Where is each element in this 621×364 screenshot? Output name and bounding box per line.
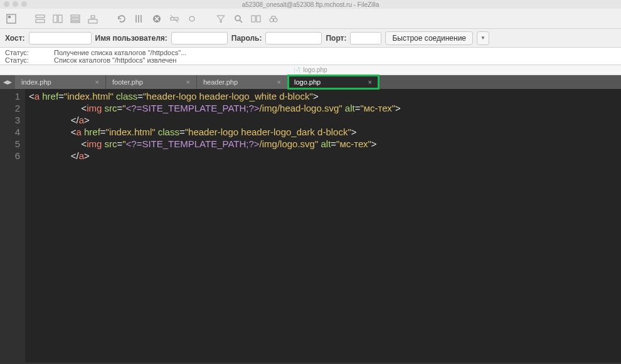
svg-rect-7 bbox=[71, 18, 80, 20]
user-label: Имя пользователя: bbox=[95, 34, 167, 43]
svg-point-17 bbox=[273, 18, 277, 22]
user-input[interactable] bbox=[171, 32, 228, 44]
quickconnect-dropdown[interactable]: ▼ bbox=[477, 31, 489, 45]
svg-rect-5 bbox=[58, 15, 62, 23]
filter-icon[interactable] bbox=[213, 11, 228, 26]
svg-point-16 bbox=[270, 18, 273, 22]
cancel-icon[interactable] bbox=[149, 11, 164, 26]
toggle-queue-icon[interactable] bbox=[68, 11, 83, 26]
process-queue-icon[interactable] bbox=[132, 11, 147, 26]
disconnect-icon[interactable] bbox=[167, 11, 182, 26]
quickconnect-button[interactable]: Быстрое соединение bbox=[385, 31, 473, 45]
file-icon: 📄 bbox=[294, 67, 300, 73]
quickconnect-bar: Хост: Имя пользователя: Пароль: Порт: Бы… bbox=[0, 29, 621, 48]
code-editor[interactable]: 123456 <a href="index.html" class="heade… bbox=[0, 89, 621, 363]
svg-rect-1 bbox=[8, 16, 11, 18]
svg-rect-3 bbox=[36, 19, 45, 23]
svg-rect-15 bbox=[257, 16, 260, 22]
sitemanager-icon[interactable] bbox=[4, 11, 19, 26]
svg-point-13 bbox=[235, 16, 240, 21]
line-gutter: 123456 bbox=[0, 89, 25, 363]
close-dot[interactable] bbox=[4, 1, 9, 7]
editor-tab[interactable]: logo.php× bbox=[288, 75, 379, 89]
host-input[interactable] bbox=[29, 32, 92, 44]
editor-tab[interactable]: header.php× bbox=[197, 75, 288, 89]
svg-rect-2 bbox=[36, 15, 45, 18]
toggle-log-icon[interactable] bbox=[33, 11, 48, 26]
traffic-lights bbox=[4, 1, 27, 7]
tab-close-icon[interactable]: × bbox=[95, 78, 99, 86]
editor-file-header: 📄 logo.php bbox=[0, 65, 621, 75]
svg-rect-14 bbox=[252, 16, 255, 22]
svg-rect-8 bbox=[71, 21, 80, 23]
reconnect-icon[interactable] bbox=[184, 11, 199, 26]
log-status-label: Статус: bbox=[5, 56, 36, 64]
log-pane: Статус:Получение списка каталогов "/http… bbox=[0, 48, 621, 65]
window-titlebar: a52308_onesalt@a52308.ftp.mchost.ru - Fi… bbox=[0, 0, 621, 9]
editor-filename: logo.php bbox=[303, 66, 327, 73]
window-title: a52308_onesalt@a52308.ftp.mchost.ru - Fi… bbox=[242, 1, 380, 8]
search-icon[interactable] bbox=[231, 11, 246, 26]
editor-tabbar: ◀▶ index.php×footer.php×header.php×logo.… bbox=[0, 75, 621, 89]
tab-label: logo.php bbox=[294, 78, 321, 86]
tab-close-icon[interactable]: × bbox=[277, 78, 281, 86]
port-label: Порт: bbox=[326, 34, 346, 43]
tab-close-icon[interactable]: × bbox=[186, 78, 190, 86]
pass-label: Пароль: bbox=[231, 34, 262, 43]
tab-label: footer.php bbox=[112, 78, 143, 86]
svg-rect-9 bbox=[88, 19, 97, 23]
port-input[interactable] bbox=[350, 32, 381, 44]
log-status-label: Статус: bbox=[5, 49, 36, 56]
log-line: Список каталогов "/httpdocs" извлечен bbox=[54, 56, 176, 64]
svg-rect-4 bbox=[53, 15, 57, 23]
zoom-dot[interactable] bbox=[21, 1, 27, 7]
svg-rect-6 bbox=[71, 15, 80, 17]
editor-tab[interactable]: footer.php× bbox=[106, 75, 197, 89]
tab-label: index.php bbox=[21, 78, 51, 86]
editor-tab[interactable]: index.php× bbox=[15, 75, 106, 89]
host-label: Хост: bbox=[5, 34, 25, 43]
log-line: Получение списка каталогов "/httpdocs"..… bbox=[54, 49, 186, 56]
tab-label: header.php bbox=[203, 78, 238, 86]
main-toolbar bbox=[0, 9, 621, 29]
toggle-local-icon[interactable] bbox=[50, 11, 65, 26]
svg-rect-10 bbox=[91, 16, 95, 18]
refresh-icon[interactable] bbox=[114, 11, 129, 26]
binoculars-icon[interactable] bbox=[266, 11, 281, 26]
tab-close-icon[interactable]: × bbox=[368, 78, 372, 86]
tab-nav-arrows[interactable]: ◀▶ bbox=[0, 75, 15, 89]
code-content[interactable]: <a href="index.html" class="header-logo … bbox=[25, 89, 621, 363]
compare-icon[interactable] bbox=[248, 11, 263, 26]
pass-input[interactable] bbox=[265, 32, 322, 44]
minimize-dot[interactable] bbox=[13, 1, 18, 7]
toggle-tree-icon[interactable] bbox=[85, 11, 100, 26]
